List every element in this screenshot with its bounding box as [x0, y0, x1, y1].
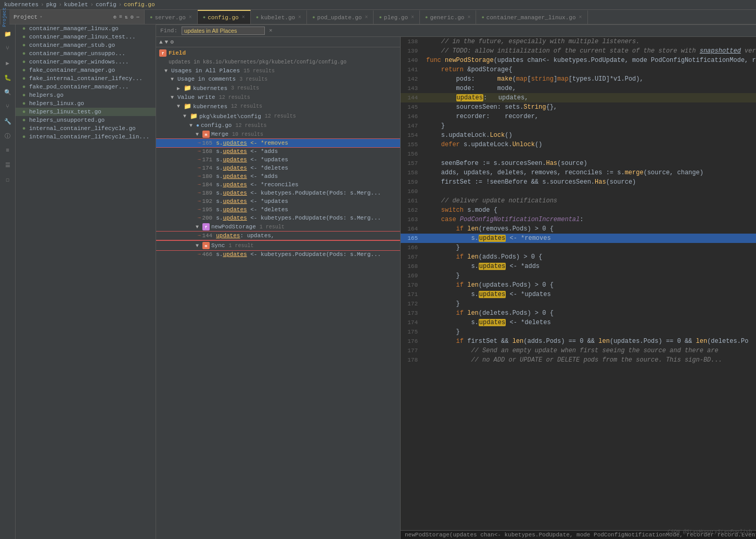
nav-settings-icon[interactable]: ⚙ — [170, 38, 174, 45]
file-container-manager-stub[interactable]: ● container_manager_stub.go — [16, 41, 156, 49]
merge-result-189[interactable]: → 189 s.updates <- kubetypes.PodUpdate(P… — [156, 189, 400, 197]
line-number-160: 160 — [401, 187, 424, 196]
find-bar: Find: × — [156, 24, 756, 37]
sort-icon[interactable]: ⇅ — [124, 14, 129, 21]
file-container-manager-windows[interactable]: ● container_manager_windows.... — [16, 58, 156, 66]
file-helpers[interactable]: ● helpers.go — [16, 91, 156, 99]
todo-icon[interactable]: ☐ — [2, 173, 14, 186]
gear-icon[interactable]: ⋯ — [136, 14, 140, 21]
file-helpers-linux[interactable]: ● helpers_linux.go — [16, 99, 156, 108]
nav-up-icon[interactable]: ▲ — [159, 39, 163, 45]
merge-result-195[interactable]: → 195 s.updates <- *deletes — [156, 206, 400, 214]
merge-result-200[interactable]: → 200 s.updates <- kubetypes.PodUpdate(P… — [156, 214, 400, 222]
structure-icon[interactable]: ≡ — [2, 144, 14, 157]
usages-label: Usages in All Places — [171, 68, 240, 74]
tab-close-server[interactable]: × — [189, 15, 192, 20]
breadcrumb-item-1[interactable]: kubernetes — [4, 2, 39, 8]
commit-icon[interactable]: ⑂ — [2, 42, 14, 55]
tab-close-pleg[interactable]: × — [411, 15, 414, 20]
tab-close-cm[interactable]: × — [579, 15, 582, 20]
value-write-row[interactable]: ▼ Value write 12 results — [156, 93, 400, 101]
go-file-icon: ● — [21, 100, 27, 107]
tools-icon[interactable]: 🔧 — [2, 115, 14, 127]
line-number: 184 — [202, 182, 212, 188]
merge-result-168[interactable]: → 168 s.updates <- *adds — [156, 147, 400, 156]
file-internal-lifecycle[interactable]: ● internal_container_lifecycle.go — [16, 124, 156, 133]
project-icon[interactable]: 📁 — [2, 28, 14, 40]
usage-comments-row[interactable]: ▼ Usage in comments 3 results — [156, 75, 400, 83]
kubernetes-comments-row[interactable]: ▶ 📁 kubernetes 3 results — [156, 83, 400, 93]
line-content-162: switch s.mode { — [424, 206, 756, 215]
file-internal-lifecycle-lin[interactable]: ● internal_container_lifecycle_lin... — [16, 133, 156, 141]
file-helpers-linux-test[interactable]: ● helpers_linux_test.go — [16, 108, 156, 116]
merge-result-171[interactable]: → 171 s.updates <- *updates — [156, 156, 400, 164]
line-number-175: 175 — [401, 327, 424, 337]
tab-pleg-go[interactable]: ● pleg.go × — [374, 10, 420, 24]
file-name: helpers.go — [29, 92, 63, 98]
find-close-button[interactable]: × — [269, 28, 273, 34]
kubernetes-vw-row[interactable]: ▼ 📁 kubernetes 12 results — [156, 101, 400, 111]
result-text: s.updates <- kubetypes.PodUpdate(Pods: s… — [216, 190, 381, 196]
new-pod-storage-label: newPodStorage — [211, 224, 256, 230]
file-fake-pod[interactable]: ● fake_pod_container_manager... — [16, 83, 156, 91]
tab-close-generic[interactable]: × — [467, 15, 470, 20]
go-file-icon: ● — [21, 125, 27, 132]
line-number: 174 — [202, 165, 212, 171]
merge-result-165[interactable]: → 165 s.updates <- *removes — [156, 139, 400, 147]
code-editor-panel: 138 // in the future, especially with mu… — [401, 37, 756, 539]
code-line-168: 168 s.updates <- *adds — [401, 262, 756, 271]
file-helpers-unsupported[interactable]: ● helpers_unsupported.go — [16, 116, 156, 124]
bookmark-icon[interactable]: ☰ — [2, 159, 14, 171]
tab-kubelet-go[interactable]: ● kubelet.go × — [251, 10, 307, 24]
pkg-kubelet-config-row[interactable]: ▼ 📁 pkg\kubelet\config 12 results — [156, 111, 400, 121]
file-container-manager-linux[interactable]: ● container_manager_linux.go — [16, 24, 156, 33]
git-icon[interactable]: ⑂ — [2, 100, 14, 113]
code-editor[interactable]: 138 // in the future, especially with mu… — [401, 37, 756, 530]
merge-result-184[interactable]: → 184 s.updates <- *reconciles — [156, 181, 400, 189]
dropdown-arrow-icon[interactable]: ▾ — [40, 14, 42, 20]
new-pod-storage-row[interactable]: ▼ f newPodStorage 1 result — [156, 222, 400, 232]
tab-container-manager[interactable]: ● container_manager_linux.go × — [476, 10, 587, 24]
file-container-manager-unsuppo[interactable]: ● container_manager_unsuppo... — [16, 49, 156, 58]
debug-icon[interactable]: 🐛 — [2, 71, 14, 84]
find-input[interactable] — [182, 27, 265, 35]
new-pod-result-144[interactable]: → 144 updates: updates, — [156, 232, 400, 240]
line-number: 200 — [202, 215, 212, 221]
breadcrumb-item-2[interactable]: pkg — [46, 2, 57, 8]
line-number-154: 154 — [401, 131, 424, 140]
line-number-158: 158 — [401, 168, 424, 177]
tab-project[interactable]: Project — [1, 5, 8, 29]
layout-icon[interactable]: ≡ — [119, 14, 123, 21]
tab-pod-update-go[interactable]: ● pod_update.go × — [307, 10, 374, 24]
sync-row[interactable]: ▼ m Sync 1 result — [156, 241, 400, 250]
usages-all-places-row[interactable]: ▼ Usages in All Places 15 results — [156, 67, 400, 75]
code-line-170: 170 if len(updates.Pods) > 0 { — [401, 280, 756, 290]
tab-close-pod[interactable]: × — [365, 15, 368, 20]
project-file-tree: ● container_manager_linux.go ● container… — [16, 24, 156, 539]
file-fake-internal[interactable]: ● fake_internal_container_lifecy... — [16, 74, 156, 83]
tab-close-kubelet[interactable]: × — [298, 15, 301, 20]
locate-icon[interactable]: ⊕ — [113, 14, 117, 21]
tab-close-config[interactable]: × — [242, 15, 245, 20]
file-fake-container-manager[interactable]: ● fake_container_manager.go — [16, 66, 156, 74]
breadcrumb-item-4[interactable]: config — [96, 2, 117, 8]
run-icon[interactable]: ▶ — [2, 57, 14, 69]
tab-generic-go[interactable]: ● generic.go × — [420, 10, 476, 24]
merge-result-192[interactable]: → 192 s.updates <- *updates — [156, 197, 400, 206]
merge-row[interactable]: ▼ m Merge 10 results — [156, 130, 400, 139]
sync-result-466[interactable]: → 466 s.updates <- kubetypes.PodUpdate(P… — [156, 250, 400, 259]
file-name: helpers_linux_test.go — [29, 109, 101, 115]
tab-server-go[interactable]: ● server.go × — [145, 10, 198, 24]
search-icon[interactable]: 🔍 — [2, 86, 14, 98]
file-list: ● container_manager_linux.go ● container… — [16, 24, 156, 539]
merge-result-174[interactable]: → 174 s.updates <- *deletes — [156, 164, 400, 172]
merge-result-180[interactable]: → 180 s.updates <- *adds — [156, 172, 400, 181]
nav-down-icon[interactable]: ▼ — [165, 39, 169, 45]
file-container-manager-linux-test[interactable]: ● container_manager_linux_test... — [16, 33, 156, 41]
config-go-row[interactable]: ▼ ● config.go 12 results — [156, 121, 400, 130]
info-icon[interactable]: ⓘ — [2, 130, 14, 142]
line-number-167: 167 — [401, 252, 424, 262]
breadcrumb-item-3[interactable]: kubelet — [64, 2, 88, 8]
settings-icon[interactable]: ⚙ — [130, 14, 134, 21]
tab-config-go[interactable]: ● config.go × — [198, 10, 251, 24]
